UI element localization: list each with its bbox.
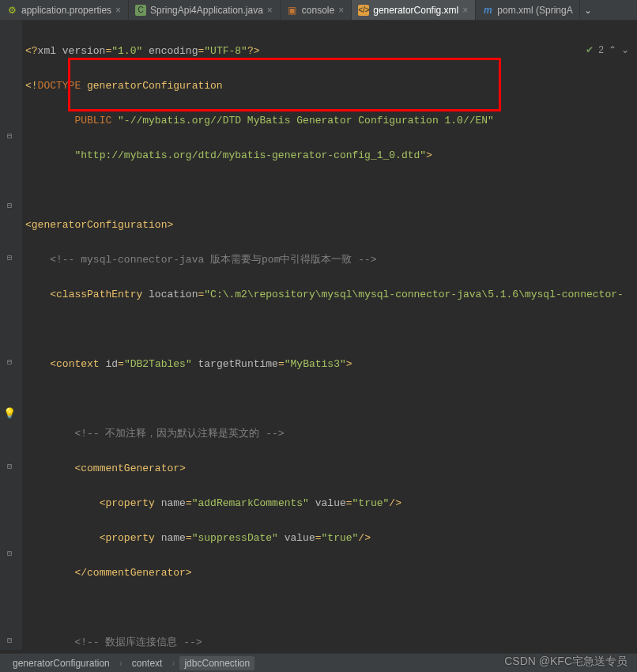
close-icon[interactable]: × xyxy=(267,5,273,16)
tab-generator-config-xml[interactable]: </>generatorConfig.xml× xyxy=(352,0,476,20)
properties-icon: ⚙ xyxy=(6,5,17,16)
close-icon[interactable]: × xyxy=(338,5,345,16)
tab-application-properties[interactable]: ⚙application.properties× xyxy=(0,0,129,20)
java-icon: C xyxy=(135,5,146,16)
fold-icon[interactable]: ⊟ xyxy=(5,202,14,211)
code-area[interactable]: <?xml version="1.0" encoding="UTF-8"?> <… xyxy=(22,21,624,650)
editor-tabs: ⚙application.properties× CSpringApi4Appl… xyxy=(0,0,637,21)
fold-icon[interactable]: ⊟ xyxy=(5,254,14,263)
fold-icon[interactable]: ⊟ xyxy=(5,132,14,142)
fold-icon[interactable]: ⊟ xyxy=(5,636,14,646)
fold-icon[interactable]: ⊟ xyxy=(5,549,14,559)
tab-console[interactable]: ▣console× xyxy=(281,0,352,20)
code-editor[interactable]: ✔ 2 ⌃ ⌄ ⊟ ⊟ ⊟ ⊟ 💡 ⊟ ⊟ ⊟ <?xml version="1… xyxy=(0,21,637,650)
tab-spring-api4-application[interactable]: CSpringApi4Application.java× xyxy=(129,0,281,20)
chevron-right-icon: › xyxy=(172,658,175,669)
fold-icon[interactable]: ⊟ xyxy=(5,462,14,472)
crumb-context[interactable]: context xyxy=(127,656,168,670)
gutter: ⊟ ⊟ ⊟ ⊟ 💡 ⊟ ⊟ ⊟ xyxy=(0,21,22,650)
close-icon[interactable]: × xyxy=(462,5,469,16)
tab-pom-xml[interactable]: mpom.xml (SpringA xyxy=(476,0,579,20)
maven-icon: m xyxy=(482,5,493,16)
chevron-right-icon: › xyxy=(119,658,122,669)
intention-bulb-icon[interactable]: 💡 xyxy=(3,410,13,419)
breadcrumb: generatorConfiguration › context › jdbcC… xyxy=(0,653,637,672)
crumb-root[interactable]: generatorConfiguration xyxy=(8,656,115,670)
chevron-down-icon: ⌄ xyxy=(584,5,592,16)
console-icon: ▣ xyxy=(287,5,298,16)
tabs-more[interactable]: ⌄ xyxy=(580,0,596,20)
fold-icon[interactable]: ⊟ xyxy=(5,358,14,368)
crumb-current[interactable]: jdbcConnection xyxy=(179,656,254,670)
xml-icon: </> xyxy=(358,5,369,16)
close-icon[interactable]: × xyxy=(115,5,122,16)
